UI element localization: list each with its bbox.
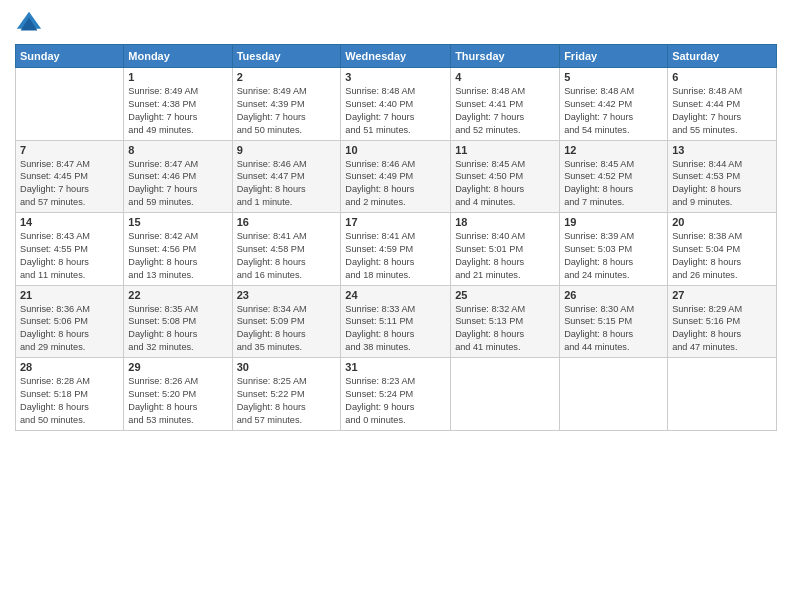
day-info: Sunrise: 8:45 AM Sunset: 4:50 PM Dayligh…: [455, 158, 555, 210]
day-info: Sunrise: 8:41 AM Sunset: 4:59 PM Dayligh…: [345, 230, 446, 282]
calendar-cell: 17Sunrise: 8:41 AM Sunset: 4:59 PM Dayli…: [341, 213, 451, 286]
day-number: 30: [237, 361, 337, 373]
day-number: 8: [128, 144, 227, 156]
calendar-cell: 6Sunrise: 8:48 AM Sunset: 4:44 PM Daylig…: [668, 68, 777, 141]
day-number: 7: [20, 144, 119, 156]
calendar-cell: 31Sunrise: 8:23 AM Sunset: 5:24 PM Dayli…: [341, 358, 451, 431]
day-number: 11: [455, 144, 555, 156]
day-info: Sunrise: 8:47 AM Sunset: 4:46 PM Dayligh…: [128, 158, 227, 210]
calendar-cell: 2Sunrise: 8:49 AM Sunset: 4:39 PM Daylig…: [232, 68, 341, 141]
day-info: Sunrise: 8:25 AM Sunset: 5:22 PM Dayligh…: [237, 375, 337, 427]
calendar-cell: 23Sunrise: 8:34 AM Sunset: 5:09 PM Dayli…: [232, 285, 341, 358]
day-info: Sunrise: 8:48 AM Sunset: 4:41 PM Dayligh…: [455, 85, 555, 137]
day-number: 2: [237, 71, 337, 83]
day-number: 31: [345, 361, 446, 373]
day-info: Sunrise: 8:46 AM Sunset: 4:47 PM Dayligh…: [237, 158, 337, 210]
calendar-cell: 8Sunrise: 8:47 AM Sunset: 4:46 PM Daylig…: [124, 140, 232, 213]
day-info: Sunrise: 8:43 AM Sunset: 4:55 PM Dayligh…: [20, 230, 119, 282]
day-number: 6: [672, 71, 772, 83]
day-info: Sunrise: 8:49 AM Sunset: 4:38 PM Dayligh…: [128, 85, 227, 137]
day-info: Sunrise: 8:38 AM Sunset: 5:04 PM Dayligh…: [672, 230, 772, 282]
calendar-cell: 12Sunrise: 8:45 AM Sunset: 4:52 PM Dayli…: [560, 140, 668, 213]
calendar-cell: 16Sunrise: 8:41 AM Sunset: 4:58 PM Dayli…: [232, 213, 341, 286]
calendar-week-3: 21Sunrise: 8:36 AM Sunset: 5:06 PM Dayli…: [16, 285, 777, 358]
calendar-cell: 26Sunrise: 8:30 AM Sunset: 5:15 PM Dayli…: [560, 285, 668, 358]
calendar-cell: [16, 68, 124, 141]
day-number: 12: [564, 144, 663, 156]
calendar-week-1: 7Sunrise: 8:47 AM Sunset: 4:45 PM Daylig…: [16, 140, 777, 213]
day-number: 3: [345, 71, 446, 83]
calendar-cell: 3Sunrise: 8:48 AM Sunset: 4:40 PM Daylig…: [341, 68, 451, 141]
day-number: 26: [564, 289, 663, 301]
day-number: 22: [128, 289, 227, 301]
day-info: Sunrise: 8:28 AM Sunset: 5:18 PM Dayligh…: [20, 375, 119, 427]
calendar-cell: 28Sunrise: 8:28 AM Sunset: 5:18 PM Dayli…: [16, 358, 124, 431]
calendar-cell: 22Sunrise: 8:35 AM Sunset: 5:08 PM Dayli…: [124, 285, 232, 358]
day-info: Sunrise: 8:26 AM Sunset: 5:20 PM Dayligh…: [128, 375, 227, 427]
calendar-week-0: 1Sunrise: 8:49 AM Sunset: 4:38 PM Daylig…: [16, 68, 777, 141]
calendar-cell: 30Sunrise: 8:25 AM Sunset: 5:22 PM Dayli…: [232, 358, 341, 431]
day-number: 4: [455, 71, 555, 83]
calendar-cell: 29Sunrise: 8:26 AM Sunset: 5:20 PM Dayli…: [124, 358, 232, 431]
day-number: 1: [128, 71, 227, 83]
weekday-header-saturday: Saturday: [668, 45, 777, 68]
calendar-cell: 5Sunrise: 8:48 AM Sunset: 4:42 PM Daylig…: [560, 68, 668, 141]
day-info: Sunrise: 8:49 AM Sunset: 4:39 PM Dayligh…: [237, 85, 337, 137]
day-info: Sunrise: 8:45 AM Sunset: 4:52 PM Dayligh…: [564, 158, 663, 210]
day-info: Sunrise: 8:39 AM Sunset: 5:03 PM Dayligh…: [564, 230, 663, 282]
day-number: 23: [237, 289, 337, 301]
calendar-body: 1Sunrise: 8:49 AM Sunset: 4:38 PM Daylig…: [16, 68, 777, 431]
day-info: Sunrise: 8:44 AM Sunset: 4:53 PM Dayligh…: [672, 158, 772, 210]
day-info: Sunrise: 8:48 AM Sunset: 4:44 PM Dayligh…: [672, 85, 772, 137]
day-info: Sunrise: 8:23 AM Sunset: 5:24 PM Dayligh…: [345, 375, 446, 427]
day-info: Sunrise: 8:29 AM Sunset: 5:16 PM Dayligh…: [672, 303, 772, 355]
calendar-cell: 13Sunrise: 8:44 AM Sunset: 4:53 PM Dayli…: [668, 140, 777, 213]
calendar-week-4: 28Sunrise: 8:28 AM Sunset: 5:18 PM Dayli…: [16, 358, 777, 431]
day-info: Sunrise: 8:41 AM Sunset: 4:58 PM Dayligh…: [237, 230, 337, 282]
day-info: Sunrise: 8:40 AM Sunset: 5:01 PM Dayligh…: [455, 230, 555, 282]
day-number: 9: [237, 144, 337, 156]
weekday-header-tuesday: Tuesday: [232, 45, 341, 68]
calendar-cell: 21Sunrise: 8:36 AM Sunset: 5:06 PM Dayli…: [16, 285, 124, 358]
calendar: SundayMondayTuesdayWednesdayThursdayFrid…: [15, 44, 777, 431]
calendar-week-2: 14Sunrise: 8:43 AM Sunset: 4:55 PM Dayli…: [16, 213, 777, 286]
day-number: 15: [128, 216, 227, 228]
day-number: 10: [345, 144, 446, 156]
day-number: 28: [20, 361, 119, 373]
day-info: Sunrise: 8:46 AM Sunset: 4:49 PM Dayligh…: [345, 158, 446, 210]
weekday-header-wednesday: Wednesday: [341, 45, 451, 68]
weekday-header-sunday: Sunday: [16, 45, 124, 68]
calendar-cell: 27Sunrise: 8:29 AM Sunset: 5:16 PM Dayli…: [668, 285, 777, 358]
day-number: 29: [128, 361, 227, 373]
day-number: 17: [345, 216, 446, 228]
day-number: 14: [20, 216, 119, 228]
weekday-row: SundayMondayTuesdayWednesdayThursdayFrid…: [16, 45, 777, 68]
weekday-header-friday: Friday: [560, 45, 668, 68]
calendar-cell: 10Sunrise: 8:46 AM Sunset: 4:49 PM Dayli…: [341, 140, 451, 213]
day-info: Sunrise: 8:34 AM Sunset: 5:09 PM Dayligh…: [237, 303, 337, 355]
day-number: 5: [564, 71, 663, 83]
day-info: Sunrise: 8:30 AM Sunset: 5:15 PM Dayligh…: [564, 303, 663, 355]
calendar-cell: 14Sunrise: 8:43 AM Sunset: 4:55 PM Dayli…: [16, 213, 124, 286]
day-number: 24: [345, 289, 446, 301]
page: SundayMondayTuesdayWednesdayThursdayFrid…: [0, 0, 792, 612]
day-info: Sunrise: 8:48 AM Sunset: 4:42 PM Dayligh…: [564, 85, 663, 137]
calendar-cell: 24Sunrise: 8:33 AM Sunset: 5:11 PM Dayli…: [341, 285, 451, 358]
calendar-cell: 15Sunrise: 8:42 AM Sunset: 4:56 PM Dayli…: [124, 213, 232, 286]
day-info: Sunrise: 8:42 AM Sunset: 4:56 PM Dayligh…: [128, 230, 227, 282]
calendar-cell: 4Sunrise: 8:48 AM Sunset: 4:41 PM Daylig…: [451, 68, 560, 141]
logo: [15, 10, 47, 38]
day-number: 20: [672, 216, 772, 228]
calendar-cell: 19Sunrise: 8:39 AM Sunset: 5:03 PM Dayli…: [560, 213, 668, 286]
day-info: Sunrise: 8:36 AM Sunset: 5:06 PM Dayligh…: [20, 303, 119, 355]
weekday-header-monday: Monday: [124, 45, 232, 68]
day-info: Sunrise: 8:32 AM Sunset: 5:13 PM Dayligh…: [455, 303, 555, 355]
day-info: Sunrise: 8:47 AM Sunset: 4:45 PM Dayligh…: [20, 158, 119, 210]
day-number: 18: [455, 216, 555, 228]
calendar-cell: 7Sunrise: 8:47 AM Sunset: 4:45 PM Daylig…: [16, 140, 124, 213]
logo-icon: [15, 10, 43, 38]
day-info: Sunrise: 8:33 AM Sunset: 5:11 PM Dayligh…: [345, 303, 446, 355]
day-number: 19: [564, 216, 663, 228]
day-info: Sunrise: 8:48 AM Sunset: 4:40 PM Dayligh…: [345, 85, 446, 137]
day-number: 25: [455, 289, 555, 301]
